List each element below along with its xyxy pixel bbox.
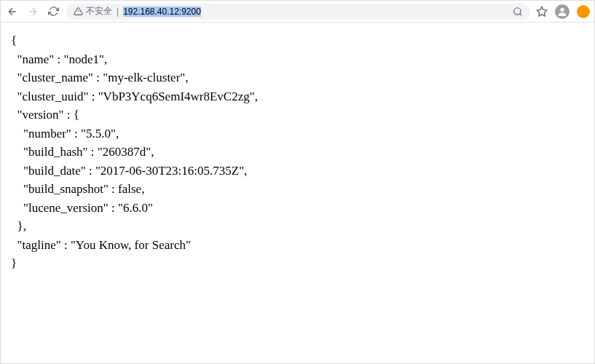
json-tagline: You Know, for Search (76, 238, 186, 252)
notification-badge[interactable] (577, 5, 590, 18)
back-button[interactable] (5, 4, 20, 19)
json-build-snapshot: false (118, 182, 141, 196)
star-icon[interactable] (536, 6, 548, 17)
url-text: 192.168.40.12:9200 (123, 7, 201, 17)
forward-button[interactable] (25, 4, 40, 19)
security-label: 不安全 (86, 5, 112, 17)
svg-point-0 (514, 7, 521, 14)
zoom-icon[interactable] (513, 7, 523, 17)
svg-point-1 (560, 7, 564, 11)
json-build-hash: 260387d (103, 145, 146, 159)
security-warning: 不安全 (74, 5, 112, 17)
json-lucene-version: 6.6.0 (123, 201, 148, 215)
profile-avatar[interactable] (555, 4, 570, 19)
json-cluster-uuid: VbP3Ycq6SemI4wr8EvC2zg (103, 90, 250, 103)
json-name: node1 (68, 52, 99, 66)
browser-address-bar: 不安全 | 192.168.40.12:9200 (1, 1, 594, 23)
toolbar-right (536, 4, 590, 19)
separator: | (117, 7, 119, 17)
json-content: { "name" : "node1", "cluster_name" : "my… (1, 23, 594, 282)
json-version-number: 5.5.0 (86, 127, 111, 141)
json-build-date: 2017-06-30T23:16:05.735Z (101, 164, 239, 178)
json-cluster-name: my-elk-cluster (108, 71, 180, 84)
warning-icon (74, 7, 83, 16)
reload-button[interactable] (46, 4, 60, 19)
url-input[interactable]: 不安全 | 192.168.40.12:9200 (66, 4, 530, 20)
